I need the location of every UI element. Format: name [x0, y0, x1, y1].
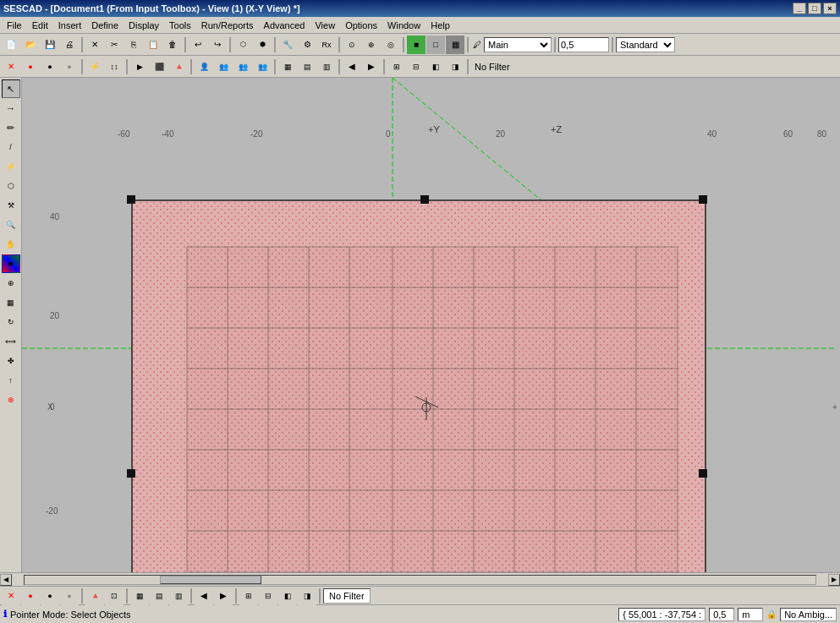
menu-window[interactable]: Window: [382, 17, 425, 33]
tool-up[interactable]: ↑: [2, 371, 20, 390]
bt-btn-h[interactable]: ▤: [150, 587, 168, 605]
tool-rotate[interactable]: ↻: [2, 313, 20, 331]
tb2-btn-p[interactable]: ▥: [317, 57, 336, 76]
tb-btn-g[interactable]: ⊕: [362, 36, 381, 54]
menu-runreports[interactable]: Run/Reports: [196, 17, 259, 33]
tb-btn-h[interactable]: ◎: [382, 36, 400, 54]
bt-btn-c[interactable]: ●: [41, 587, 59, 605]
tb-btn-b[interactable]: ⬢: [253, 36, 272, 54]
tb2-btn-b[interactable]: ●: [21, 57, 40, 76]
view-select[interactable]: Main: [484, 37, 552, 52]
tb2-btn-t[interactable]: ◨: [446, 57, 464, 76]
scrollbar-track[interactable]: [24, 575, 816, 585]
bt-btn-f[interactable]: ⊡: [105, 587, 124, 605]
close-button[interactable]: ×: [823, 3, 837, 14]
minimize-button[interactable]: _: [793, 3, 806, 14]
bt-btn-d[interactable]: ●: [60, 587, 79, 605]
tb2-btn-r[interactable]: ⊟: [407, 57, 425, 76]
menu-help[interactable]: Help: [425, 17, 455, 33]
tool-origin[interactable]: ⊗: [2, 391, 20, 409]
menu-insert[interactable]: Insert: [53, 17, 87, 33]
tb2-btn-l[interactable]: 👥: [233, 57, 252, 76]
bt-btn-a[interactable]: ✕: [2, 587, 20, 605]
menu-define[interactable]: Define: [86, 17, 124, 33]
tool-poly[interactable]: ⚡: [2, 157, 20, 176]
tool-shape[interactable]: ⬡: [2, 177, 20, 195]
horizontal-scrollbar[interactable]: ◀ ▶: [0, 572, 840, 586]
tb2-btn-e[interactable]: ⚡: [85, 57, 104, 76]
menu-advanced[interactable]: Advanced: [259, 17, 310, 33]
tb2-btn-j[interactable]: 👤: [195, 57, 213, 76]
menu-tools[interactable]: Tools: [164, 17, 196, 33]
undo-button[interactable]: ↩: [189, 36, 207, 54]
tb2-btn-m[interactable]: 👥: [253, 57, 272, 76]
bt-btn-k[interactable]: ⊟: [259, 587, 277, 605]
tb-btn-e[interactable]: Rx: [317, 36, 336, 54]
menu-view[interactable]: View: [310, 17, 340, 33]
bt-btn-i[interactable]: ▥: [169, 587, 188, 605]
bt-btn-b[interactable]: ●: [21, 587, 40, 605]
paste-button[interactable]: 📋: [144, 36, 162, 54]
tb2-btn-n[interactable]: ▦: [278, 57, 297, 76]
new-button[interactable]: 📄: [2, 36, 20, 54]
tool-color[interactable]: ■: [2, 254, 20, 273]
tool-move[interactable]: ✤: [2, 352, 20, 370]
open-button[interactable]: 📂: [21, 36, 40, 54]
tb2-btn-q[interactable]: ⊞: [387, 57, 406, 76]
tb2-nav-right[interactable]: ▶: [362, 57, 381, 76]
tb2-btn-h[interactable]: ⬛: [150, 57, 168, 76]
bt-btn-j[interactable]: ⊞: [239, 587, 258, 605]
bt-btn-l[interactable]: ◧: [278, 587, 297, 605]
tool-snap[interactable]: ⊕: [2, 274, 20, 292]
copy-button[interactable]: ⎘: [124, 36, 143, 54]
scroll-right-button[interactable]: ▶: [828, 574, 840, 586]
save-button[interactable]: 💾: [41, 36, 59, 54]
maximize-button[interactable]: □: [808, 3, 821, 14]
tool-measure[interactable]: ⚒: [2, 196, 20, 215]
bt-nav-left[interactable]: ◀: [195, 587, 213, 605]
menu-edit[interactable]: Edit: [27, 17, 53, 33]
tb2-btn-i[interactable]: 🔺: [169, 57, 188, 76]
tool-mirror[interactable]: ⟺: [2, 332, 20, 351]
menu-file[interactable]: File: [2, 17, 27, 33]
tool-pan[interactable]: ✋: [2, 235, 20, 254]
tb2-btn-d[interactable]: ●: [60, 57, 79, 76]
scrollbar-thumb[interactable]: [160, 576, 261, 584]
tool-select[interactable]: ↖: [2, 79, 20, 98]
tb2-btn-k[interactable]: 👥: [214, 57, 233, 76]
bt-nav-right[interactable]: ▶: [214, 587, 233, 605]
close-doc-button[interactable]: ✕: [85, 36, 104, 54]
canvas-area[interactable]: +Y +Z -60 -40 -20 0 20 40 60 80 40 20 0 …: [22, 78, 840, 572]
tb2-btn-g[interactable]: ▶: [130, 57, 149, 76]
tool-pencil[interactable]: ✏: [2, 118, 20, 137]
delete-button[interactable]: 🗑: [163, 36, 182, 54]
tb-btn-i[interactable]: ■: [407, 36, 425, 54]
tb2-btn-f[interactable]: ↕↕: [105, 57, 124, 76]
tb-btn-a[interactable]: ⬡: [233, 36, 252, 54]
menu-options[interactable]: Options: [340, 17, 382, 33]
tb-btn-d[interactable]: ⚙: [298, 36, 316, 54]
cut-button[interactable]: ✂: [105, 36, 124, 54]
bt-btn-g[interactable]: ▦: [130, 587, 149, 605]
tb-btn-c[interactable]: 🔧: [278, 36, 297, 54]
tb2-btn-s[interactable]: ◧: [426, 57, 445, 76]
menu-display[interactable]: Display: [124, 17, 164, 33]
scroll-left-button[interactable]: ◀: [0, 574, 12, 586]
zoom-input[interactable]: [558, 37, 609, 52]
tb-btn-k[interactable]: ▦: [446, 36, 464, 54]
tb-btn-f[interactable]: ⊙: [343, 36, 361, 54]
tb2-btn-o[interactable]: ▤: [298, 57, 316, 76]
bt-btn-m[interactable]: ◨: [298, 587, 316, 605]
tb-btn-j[interactable]: □: [426, 36, 445, 54]
tool-zoom[interactable]: 🔍: [2, 216, 20, 234]
tool-arrow[interactable]: →: [2, 99, 20, 117]
tool-line[interactable]: /: [2, 138, 20, 156]
standard-select[interactable]: Standard: [616, 37, 675, 52]
redo-button[interactable]: ↪: [208, 36, 227, 54]
tb2-btn-c[interactable]: ●: [41, 57, 59, 76]
tool-grid[interactable]: ▦: [2, 293, 20, 312]
tb2-nav-left[interactable]: ◀: [343, 57, 361, 76]
bt-btn-e[interactable]: 🔺: [85, 587, 104, 605]
print-button[interactable]: 🖨: [60, 36, 79, 54]
tb2-btn-a[interactable]: ✕: [2, 57, 20, 76]
